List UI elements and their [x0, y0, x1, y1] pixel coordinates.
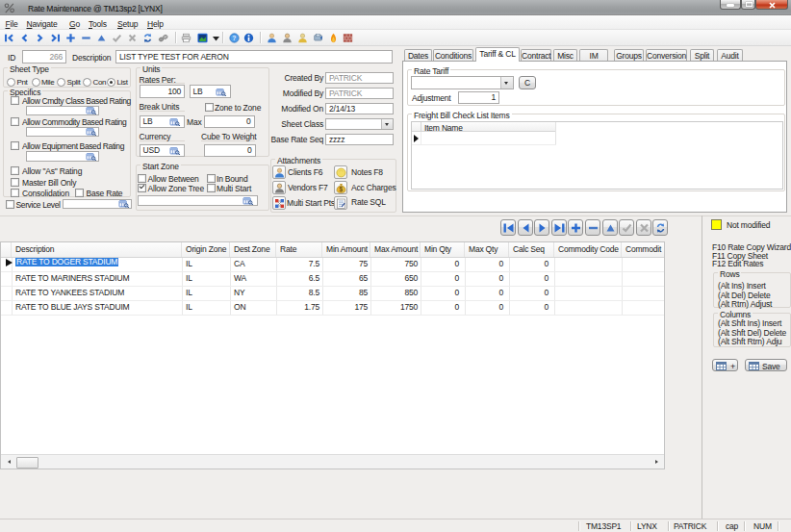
grid-cell[interactable]: IL	[182, 287, 230, 300]
max-field[interactable]: 0	[204, 115, 255, 128]
client-person-icon[interactable]	[267, 33, 277, 43]
id-field[interactable]: 266	[22, 50, 66, 63]
rates-per-field[interactable]: 100	[140, 85, 185, 98]
multi-start-checkbox[interactable]	[207, 184, 216, 192]
grid-cell[interactable]: 0	[465, 258, 509, 271]
nav-cancel-button[interactable]	[636, 219, 651, 236]
service-level-checkbox[interactable]	[6, 200, 14, 209]
nav-last-button[interactable]	[551, 219, 567, 236]
lookup-icon[interactable]	[86, 128, 97, 136]
description-field[interactable]: LIST TYPE TEST FOR AERON	[115, 50, 393, 63]
freight-grid-row[interactable]	[412, 132, 556, 145]
grid-cell[interactable]: 0	[509, 258, 554, 271]
maximize-button[interactable]	[741, 0, 755, 10]
sheet-class-combo[interactable]	[325, 118, 394, 130]
nav-next-button[interactable]	[534, 219, 549, 236]
grid-options-button[interactable]: +	[712, 359, 738, 371]
grid-cell[interactable]: RATE TO MARINERS STADIUM	[12, 272, 182, 286]
lookup-icon[interactable]	[86, 107, 97, 114]
grid-cell[interactable]: CA	[230, 258, 276, 271]
grid-row-2[interactable]: RATE TO MARINERS STADIUM IL WA 6.5 65 65…	[1, 272, 664, 287]
flame-icon[interactable]	[328, 33, 339, 43]
lookup-icon[interactable]	[86, 153, 97, 161]
grid-cell[interactable]: 1750	[370, 301, 421, 315]
radio-con[interactable]	[83, 78, 91, 87]
grid-cell[interactable]: 85	[322, 287, 370, 300]
grid-row-4[interactable]: RATE TO BLUE JAYS STADUIM IL ON 1.75 175…	[1, 301, 664, 316]
grid-cell[interactable]: WA	[230, 272, 276, 286]
grid-cell[interactable]: 8.5	[276, 287, 322, 300]
col-header-min-qty[interactable]: Min Qty	[421, 242, 465, 257]
last-record-icon[interactable]	[50, 33, 61, 43]
lookup-icon[interactable]	[169, 147, 181, 155]
grid-cell[interactable]: 0	[465, 272, 509, 286]
grid-cell[interactable]: 6.5	[276, 272, 322, 286]
currency-field[interactable]: USD	[140, 144, 186, 157]
commodity-field[interactable]	[26, 127, 99, 138]
in-bound-checkbox[interactable]	[207, 174, 216, 183]
grid-cell[interactable]: NY	[230, 287, 276, 300]
person-icon[interactable]	[282, 33, 293, 43]
menu-tools[interactable]: Tools	[89, 19, 107, 29]
horizontal-scrollbar[interactable]	[1, 454, 664, 469]
machine-icon[interactable]	[313, 33, 323, 43]
grid-row-3[interactable]: RATE TO YANKEES STADIUM IL NY 8.5 85 850…	[1, 287, 664, 301]
grid-cell[interactable]: ON	[230, 301, 276, 315]
lookup-icon[interactable]	[118, 200, 130, 208]
c-button[interactable]: C	[519, 76, 536, 89]
grid-cell[interactable]: RATE TO DOGER STADIUM	[15, 258, 118, 266]
print-preview-icon[interactable]	[197, 33, 208, 43]
col-header-min-amount[interactable]: Min Amount	[322, 242, 370, 257]
commodity-checkbox[interactable]	[11, 117, 19, 126]
grid-cell[interactable]: 0	[509, 272, 554, 286]
equipment-checkbox[interactable]	[11, 141, 19, 150]
scroll-left-button[interactable]	[2, 456, 15, 469]
person-key-icon[interactable]	[297, 33, 308, 43]
base-rate-seq-field[interactable]: zzzz	[325, 134, 394, 145]
bricks-icon[interactable]	[343, 33, 353, 43]
grid-cell[interactable]: RATE TO BLUE JAYS STADUIM	[12, 301, 182, 315]
base-rate-checkbox[interactable]	[75, 189, 84, 197]
grid-cell[interactable]: 7.5	[276, 258, 322, 271]
grid-cell[interactable]: RATE TO YANKEES STADIUM	[12, 287, 182, 300]
col-header-origin-zone[interactable]: Origin Zone	[182, 242, 230, 257]
grid-cell[interactable]: IL	[182, 272, 230, 286]
grid-row-1[interactable]: RATE TO DOGER STADIUM IL CA 7.5 75 750 0…	[1, 258, 664, 272]
col-header-dest-zone[interactable]: Dest Zone	[230, 242, 276, 257]
help-icon[interactable]: ?	[229, 33, 240, 43]
close-button[interactable]	[755, 0, 788, 10]
notes-button[interactable]	[334, 165, 347, 179]
radio-mile[interactable]	[32, 78, 40, 87]
grid-cell[interactable]: 0	[421, 301, 465, 315]
zone-to-zone-checkbox[interactable]	[205, 103, 214, 112]
clients-button[interactable]	[272, 165, 286, 179]
equipment-field[interactable]	[26, 151, 99, 162]
grid-cell[interactable]: 0	[509, 287, 554, 300]
post-edit-icon[interactable]	[112, 33, 122, 43]
col-header-commodity2[interactable]: Commodit	[622, 242, 664, 257]
rate-tariff-combo[interactable]	[411, 76, 514, 89]
cmdty-class-field[interactable]	[26, 106, 99, 116]
nav-edit-button[interactable]	[602, 219, 618, 236]
allow-between-checkbox[interactable]	[138, 174, 146, 183]
preview-dropdown-icon[interactable]	[212, 36, 220, 41]
nav-first-button[interactable]	[500, 219, 516, 236]
vendors-button[interactable]	[272, 181, 286, 194]
col-header-max-amount[interactable]: Max Amount	[370, 242, 421, 257]
col-header-max-qty[interactable]: Max Qty	[465, 242, 509, 257]
save-button[interactable]: Save	[745, 359, 787, 371]
edit-record-icon[interactable]	[96, 33, 107, 43]
grid-cell[interactable]: 0	[465, 287, 509, 300]
multi-start-pts-button[interactable]	[272, 196, 286, 210]
chevron-down-icon[interactable]	[500, 77, 513, 89]
as-rating-checkbox[interactable]	[11, 166, 19, 175]
refresh-icon[interactable]	[142, 33, 153, 43]
nav-refresh-button[interactable]	[652, 219, 668, 236]
minimize-button[interactable]	[720, 0, 741, 10]
grid-cell[interactable]: 850	[370, 287, 421, 300]
lookup-icon[interactable]	[169, 118, 181, 126]
delete-record-icon[interactable]	[81, 33, 91, 43]
menu-help[interactable]: Help	[147, 19, 164, 29]
binoculars-icon[interactable]	[158, 33, 168, 43]
grid-cell[interactable]: 650	[370, 272, 421, 286]
